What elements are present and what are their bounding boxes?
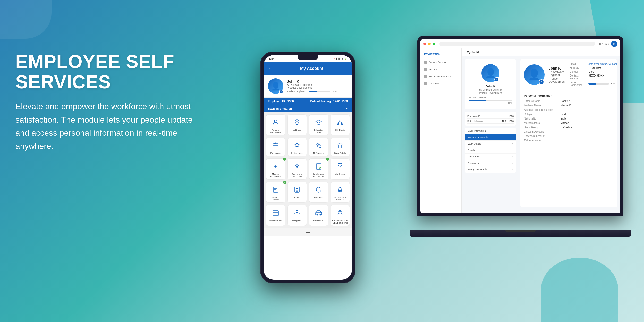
blood-value: B Positive [561, 126, 614, 129]
menu-insurance[interactable]: Insurance [309, 182, 328, 203]
svg-point-7 [317, 143, 319, 146]
menu-hobby[interactable]: Hobby/Extracurricular [331, 182, 350, 203]
references-label: References [313, 152, 324, 155]
menu-address[interactable]: Address [287, 114, 307, 135]
statutory-label: StatutoryDetails [272, 196, 280, 201]
menu-item-emergency[interactable]: Emergency Details › [465, 166, 516, 173]
menu-experience[interactable]: Experience [266, 138, 285, 156]
chevron-icon-5: › [512, 156, 513, 158]
right-avatar-icon: 👤 [528, 69, 541, 81]
sidebar-item-reports[interactable]: Reports [420, 66, 461, 73]
battery-icon: 🔋 [344, 58, 347, 60]
approval-icon [424, 61, 427, 64]
profile-right-panel: 👤 ✓ John K Sr. Software Engineer Product… [520, 59, 617, 207]
laptop-content-body: 👤 ✓ John K Sr. Software Engineer Product… [462, 56, 620, 210]
laptop-screen-inner: R K Pal v R My Activities Awaiting Appro… [420, 39, 620, 213]
life-events-icon [335, 161, 345, 172]
menu-label-docs: Documents [468, 155, 480, 158]
laptop-progress-bar [469, 100, 512, 101]
phone-profile-name: John K [287, 79, 337, 83]
hero-title: EMPLOYEE SELF SERVICES [15, 52, 196, 92]
svg-rect-23 [273, 211, 278, 216]
svg-rect-19 [273, 187, 278, 192]
menu-skill[interactable]: Skill Details [331, 114, 350, 135]
laptop-base [410, 230, 631, 237]
menu-bank[interactable]: Bank Details [331, 138, 350, 156]
emp-id-value: 1988 [509, 115, 514, 117]
svg-rect-5 [273, 144, 278, 148]
menu-item-documents[interactable]: Documents › [465, 154, 516, 160]
menu-personal-info[interactable]: PersonalInformation [266, 114, 285, 135]
fathers-name-value: Danny K [561, 100, 614, 103]
menu-passport[interactable]: Passport [287, 182, 307, 203]
phone-avatar-person-icon: 👤 [271, 82, 281, 91]
completion-label: Profile Completion : [287, 90, 307, 93]
laptop-profile-avatar: 👤 ✓ [481, 64, 499, 82]
menu-education[interactable]: EducationDetails [309, 114, 328, 135]
laptop-main-header: My Profile [462, 48, 620, 56]
chevron-icon: › [512, 130, 513, 132]
svg-point-4 [341, 123, 343, 125]
laptop-profile-dept: Product Development [469, 92, 512, 94]
education-label: EducationDetails [314, 129, 323, 134]
hobby-label: Hobby/Extracurricular [334, 196, 346, 201]
laptop-progress-percent: 39% [469, 102, 512, 104]
sidebar-item-approval[interactable]: Awaiting Approval [420, 58, 461, 66]
twitter-value [561, 139, 614, 142]
profile-verified-badge: ✓ [494, 77, 499, 82]
menu-delegation[interactable]: Delegation [287, 205, 307, 226]
devices-container: R K Pal v R My Activities Awaiting Appro… [255, 21, 629, 304]
phone-basic-info-header[interactable]: Basic Information ∧ [264, 105, 352, 112]
delegation-label: Delegation [292, 219, 302, 222]
vacation-label: Vacation Rules [269, 219, 282, 222]
section-chevron-icon: ∧ [346, 107, 348, 110]
dot-yellow [428, 43, 431, 45]
dot-green [433, 43, 435, 45]
status-icons: 📍 ▌▌▌ ⌾ 🔋 [333, 58, 347, 60]
menu-medical[interactable]: MedicalDeclaration [266, 158, 285, 180]
menu-professional[interactable]: PROFESSIONALMEMBERSHIPS [331, 205, 350, 226]
svg-point-21 [296, 188, 298, 190]
address-icon [292, 117, 302, 128]
menu-item-work[interactable]: Work Details ✓ [465, 141, 516, 147]
email-value: employee@hrss360.com [588, 63, 617, 65]
basic-info-label: Basic Information [268, 107, 292, 110]
phone-profile-avatar: 👤 ✓ [268, 78, 283, 94]
svg-point-14 [295, 164, 296, 166]
menu-employment-docs[interactable]: EmploymentDocuments [309, 158, 328, 180]
profile-header-section: 👤 ✓ John K Sr. Software Engineer Product… [524, 63, 614, 90]
sidebar-item-payroll[interactable]: My Payroll [420, 80, 461, 87]
employment-docs-icon [313, 161, 324, 172]
location-icon: 📍 [333, 58, 335, 60]
emp-id-banner: Employee ID : 1988 Date of Joining : 12-… [264, 98, 352, 105]
emp-info-card: Employee ID : 1988 Date of Joining : 12-… [465, 112, 516, 126]
menu-item-personal[interactable]: Personal Information ✓ [465, 134, 516, 141]
phone-time: 17:54 [269, 58, 274, 60]
back-button[interactable]: ← [268, 66, 273, 71]
personal-info-title: Personal Information [524, 94, 614, 97]
menu-item-details[interactable]: Details ✓ [465, 147, 516, 154]
menu-family[interactable]: Family andEmergency [287, 158, 307, 180]
insurance-icon [313, 184, 324, 195]
sidebar-item-label-hr: HR Policy Documents [429, 75, 451, 78]
menu-vacation[interactable]: Vacation Rules [266, 205, 285, 226]
chevron-icon-6: › [512, 162, 513, 164]
menu-references[interactable]: References [309, 138, 328, 156]
sidebar-item-hr-policy[interactable]: HR Policy Documents [420, 73, 461, 80]
menu-vehicle[interactable]: Vehicle Info [309, 205, 328, 226]
education-icon [313, 117, 324, 128]
completion-bar-fill [588, 83, 596, 85]
professional-icon [335, 208, 345, 218]
menu-item-basic[interactable]: Basic Information › [465, 128, 516, 134]
menu-achievements[interactable]: Achievements [287, 138, 307, 156]
marital-label: Marital Status [524, 122, 553, 124]
phone-avatar-badge: ✓ [279, 90, 283, 94]
statutory-icon [270, 184, 281, 195]
menu-life-events[interactable]: Life Events [331, 158, 350, 180]
menu-statutory[interactable]: StatutoryDetails [266, 182, 285, 203]
right-profile-fields: Email : employee@hrss360.com Birthday : … [570, 63, 617, 87]
menu-label-work: Work Details [468, 142, 481, 145]
menu-item-declaration[interactable]: Declaration › [465, 160, 516, 166]
doj-banner-text: Date of Joining : 12-01-1988 [310, 100, 348, 103]
doj-row: Date of Joining : 12-01-1988 [467, 119, 514, 124]
